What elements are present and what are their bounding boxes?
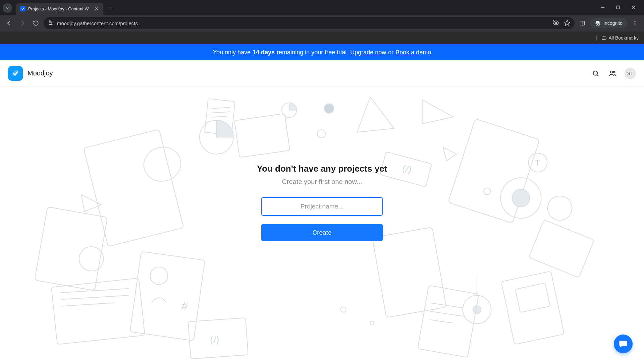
logo-icon — [11, 69, 20, 78]
people-button[interactable] — [608, 69, 617, 78]
svg-rect-13 — [580, 21, 585, 25]
svg-line-43 — [61, 295, 129, 299]
svg-line-29 — [211, 116, 226, 117]
svg-point-33 — [317, 130, 325, 138]
svg-point-15 — [596, 24, 598, 25]
folder-icon — [601, 35, 607, 41]
chevron-down-icon — [5, 6, 9, 10]
svg-line-44 — [61, 303, 115, 306]
product-logo[interactable] — [8, 66, 23, 81]
svg-line-22 — [597, 74, 599, 76]
all-bookmarks-label: All Bookmarks — [609, 35, 639, 41]
svg-point-54 — [500, 178, 541, 218]
close-window-button[interactable] — [626, 2, 641, 13]
svg-point-55 — [512, 189, 530, 207]
banner-prefix: You only have — [213, 49, 251, 56]
banner-days: 14 days — [253, 49, 275, 56]
close-tab-button[interactable]: ✕ — [94, 6, 99, 11]
page-scroll[interactable]: You only have 14 days remaining in your … — [0, 44, 644, 362]
eye-off-icon[interactable] — [552, 19, 559, 27]
svg-point-61 — [473, 305, 481, 313]
svg-point-68 — [370, 321, 374, 325]
trial-banner: You only have 14 days remaining in your … — [0, 44, 644, 60]
browser-tab-active[interactable]: Projects - Moodjoy - Content W ✕ — [16, 3, 103, 15]
svg-line-65 — [430, 320, 453, 323]
svg-line-27 — [211, 108, 230, 109]
search-icon — [592, 70, 599, 77]
avatar-initials: ST — [627, 71, 633, 76]
svg-point-38 — [140, 143, 184, 185]
svg-point-70 — [548, 196, 572, 221]
maximize-button[interactable] — [610, 2, 626, 13]
svg-point-52 — [528, 153, 547, 172]
back-button[interactable] — [3, 17, 15, 29]
incognito-indicator[interactable]: Incognito — [590, 18, 627, 28]
sidepanel-button[interactable] — [577, 17, 588, 29]
svg-rect-36 — [84, 129, 183, 247]
svg-point-16 — [598, 24, 600, 25]
svg-rect-62 — [418, 285, 479, 357]
svg-line-42 — [61, 289, 129, 293]
empty-subtitle: Create your first one now... — [282, 178, 362, 186]
minimize-button[interactable] — [595, 2, 610, 13]
svg-point-59 — [463, 295, 491, 324]
svg-point-69 — [484, 188, 490, 195]
svg-point-23 — [610, 71, 612, 73]
upgrade-now-link[interactable]: Upgrade now — [350, 49, 386, 56]
svg-point-21 — [593, 71, 598, 75]
svg-rect-57 — [501, 271, 564, 345]
svg-rect-25 — [234, 114, 290, 158]
reload-button[interactable] — [30, 17, 42, 29]
svg-rect-1 — [617, 6, 620, 9]
svg-point-7 — [49, 20, 50, 21]
page: You only have 14 days remaining in your … — [0, 44, 644, 362]
browser-menu-button[interactable] — [629, 17, 641, 29]
svg-text:#: # — [181, 299, 189, 313]
svg-rect-48 — [188, 318, 248, 359]
svg-line-63 — [430, 303, 464, 308]
svg-rect-71 — [372, 227, 446, 318]
people-icon — [608, 69, 616, 77]
user-avatar[interactable]: ST — [625, 68, 636, 79]
svg-point-18 — [635, 21, 636, 22]
favicon-icon — [20, 6, 25, 11]
new-tab-button[interactable]: ＋ — [105, 4, 115, 13]
svg-rect-39 — [35, 207, 107, 291]
svg-marker-66 — [443, 147, 457, 161]
forward-button[interactable] — [17, 17, 28, 29]
browser-toolbar: moodjoy.gathercontent.com/projects Incog… — [0, 15, 644, 32]
book-demo-link[interactable]: Book a demo — [395, 49, 431, 56]
svg-rect-58 — [516, 283, 550, 312]
svg-rect-51 — [448, 119, 540, 223]
svg-rect-34 — [380, 152, 432, 187]
url-text: moodjoy.gathercontent.com/projects — [57, 20, 138, 26]
svg-point-24 — [613, 71, 615, 73]
all-bookmarks-button[interactable]: All Bookmarks — [601, 35, 639, 41]
create-button[interactable]: Create — [261, 224, 383, 241]
chat-fab[interactable] — [614, 335, 633, 353]
svg-rect-26 — [205, 99, 235, 135]
star-icon[interactable] — [564, 19, 571, 27]
svg-line-28 — [211, 112, 230, 113]
project-name-input[interactable] — [261, 197, 383, 216]
svg-point-67 — [340, 307, 346, 312]
tab-search-dropdown[interactable] — [3, 3, 12, 13]
svg-marker-32 — [354, 95, 394, 132]
search-button[interactable] — [591, 69, 600, 78]
workspace-name: Moodjoy — [28, 69, 53, 77]
app-header: Moodjoy ST — [0, 60, 644, 86]
empty-title: You don't have any projects yet — [257, 164, 387, 174]
site-settings-icon[interactable] — [48, 20, 54, 27]
chat-icon — [619, 339, 628, 349]
window-controls — [595, 0, 641, 15]
banner-middle: remaining in your free trial. — [277, 49, 348, 56]
svg-text:T: T — [535, 158, 540, 167]
svg-point-46 — [150, 267, 168, 284]
svg-text:⟨/⟩: ⟨/⟩ — [210, 335, 220, 345]
tab-strip: Projects - Moodjoy - Content W ✕ ＋ — [0, 0, 644, 15]
empty-state: ⟨/⟩ # ⟨/⟩ T — [0, 86, 644, 361]
address-bar[interactable]: moodjoy.gathercontent.com/projects — [44, 17, 575, 29]
svg-marker-12 — [565, 20, 570, 25]
svg-line-64 — [430, 311, 464, 316]
svg-text:⟨/⟩: ⟨/⟩ — [400, 163, 413, 176]
